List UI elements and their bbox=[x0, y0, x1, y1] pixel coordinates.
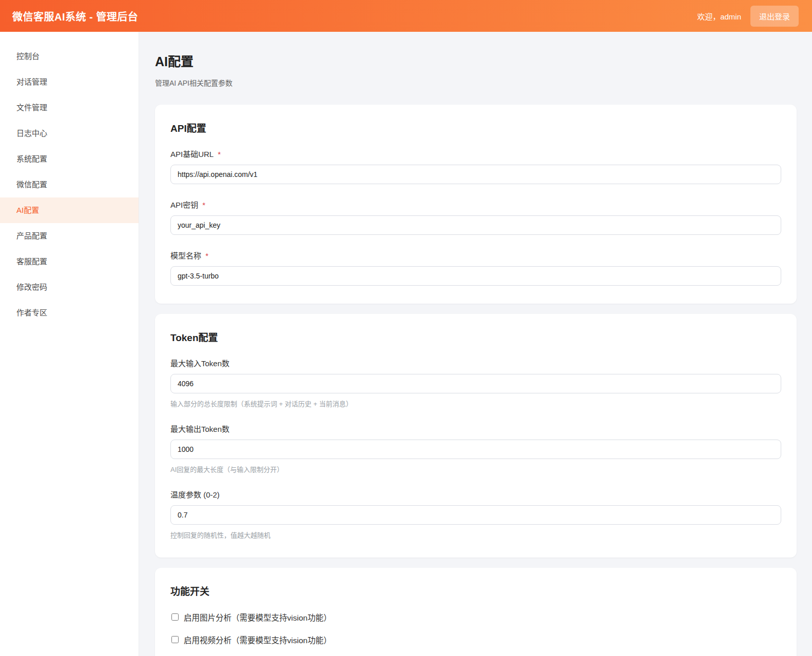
sidebar-item-产品配置[interactable]: 产品配置 bbox=[0, 223, 139, 249]
layout: 控制台对话管理文件管理日志中心系统配置微信配置AI配置产品配置客服配置修改密码作… bbox=[0, 32, 812, 656]
main-content: AI配置 管理AI API相关配置参数 API配置 API基础URL *API密… bbox=[139, 32, 812, 656]
page-subtitle: 管理AI API相关配置参数 bbox=[155, 77, 797, 88]
field-group: 最大输入Token数输入部分的总长度限制（系统提示词 + 对话历史 + 当前消息… bbox=[170, 357, 781, 408]
feature-switch-card: 功能开关 启用图片分析（需要模型支持vision功能）启用视频分析（需要模型支持… bbox=[155, 568, 797, 656]
api-config-card-title: API配置 bbox=[170, 121, 781, 134]
token-config-fields: 最大输入Token数输入部分的总长度限制（系统提示词 + 对话历史 + 当前消息… bbox=[170, 357, 781, 540]
sidebar-item-系统配置[interactable]: 系统配置 bbox=[0, 146, 139, 172]
sidebar-item-客服配置[interactable]: 客服配置 bbox=[0, 249, 139, 274]
sidebar-item-修改密码[interactable]: 修改密码 bbox=[0, 274, 139, 300]
sidebar-item-微信配置[interactable]: 微信配置 bbox=[0, 172, 139, 197]
field-group: API密钥 * bbox=[170, 199, 781, 235]
field-group: 模型名称 * bbox=[170, 250, 781, 286]
sidebar-item-AI配置[interactable]: AI配置 bbox=[0, 197, 139, 223]
field-label: API基础URL * bbox=[170, 148, 781, 159]
field-input[interactable] bbox=[170, 266, 781, 286]
api-config-card: API配置 API基础URL *API密钥 *模型名称 * bbox=[155, 105, 797, 304]
field-label: 模型名称 * bbox=[170, 250, 781, 261]
sidebar-item-作者专区[interactable]: 作者专区 bbox=[0, 300, 139, 326]
feature-checkbox[interactable] bbox=[171, 613, 179, 621]
field-group: 最大输出Token数AI回复的最大长度（与输入限制分开） bbox=[170, 423, 781, 474]
header-right: 欢迎，admin 退出登录 bbox=[697, 6, 799, 27]
feature-switch-checkboxes: 启用图片分析（需要模型支持vision功能）启用视频分析（需要模型支持visio… bbox=[170, 611, 781, 645]
field-input[interactable] bbox=[170, 215, 781, 235]
feature-checkbox-label: 启用视频分析（需要模型支持vision功能） bbox=[184, 634, 332, 645]
field-label: 温度参数 (0-2) bbox=[170, 489, 781, 500]
field-input[interactable] bbox=[170, 440, 781, 459]
welcome-text: 欢迎，admin bbox=[697, 11, 741, 22]
field-input[interactable] bbox=[170, 165, 781, 184]
token-config-card-title: Token配置 bbox=[170, 330, 781, 344]
feature-checkbox-label: 启用图片分析（需要模型支持vision功能） bbox=[184, 611, 332, 623]
required-asterisk: * bbox=[203, 251, 208, 260]
logout-button[interactable]: 退出登录 bbox=[750, 6, 799, 27]
field-hint: 控制回复的随机性，值越大越随机 bbox=[170, 530, 781, 540]
sidebar-item-日志中心[interactable]: 日志中心 bbox=[0, 121, 139, 146]
api-config-fields: API基础URL *API密钥 *模型名称 * bbox=[170, 148, 781, 286]
top-header: 微信客服AI系统 - 管理后台 欢迎，admin 退出登录 bbox=[0, 0, 812, 32]
field-input[interactable] bbox=[170, 505, 781, 525]
field-group: API基础URL * bbox=[170, 148, 781, 184]
required-asterisk: * bbox=[216, 150, 221, 158]
field-label: 最大输出Token数 bbox=[170, 423, 781, 434]
field-label: API密钥 * bbox=[170, 199, 781, 210]
sidebar-item-控制台[interactable]: 控制台 bbox=[0, 44, 139, 69]
field-hint: AI回复的最大长度（与输入限制分开） bbox=[170, 464, 781, 474]
feature-checkbox-row[interactable]: 启用视频分析（需要模型支持vision功能） bbox=[170, 634, 781, 645]
page-title: AI配置 bbox=[155, 51, 797, 70]
feature-checkbox-row[interactable]: 启用图片分析（需要模型支持vision功能） bbox=[170, 611, 781, 623]
field-input[interactable] bbox=[170, 374, 781, 393]
field-group: 温度参数 (0-2)控制回复的随机性，值越大越随机 bbox=[170, 489, 781, 540]
feature-checkbox[interactable] bbox=[171, 636, 179, 643]
token-config-card: Token配置 最大输入Token数输入部分的总长度限制（系统提示词 + 对话历… bbox=[155, 314, 797, 558]
sidebar-item-文件管理[interactable]: 文件管理 bbox=[0, 95, 139, 121]
app-title: 微信客服AI系统 - 管理后台 bbox=[12, 9, 138, 24]
sidebar-item-对话管理[interactable]: 对话管理 bbox=[0, 69, 139, 95]
sidebar-nav: 控制台对话管理文件管理日志中心系统配置微信配置AI配置产品配置客服配置修改密码作… bbox=[0, 32, 139, 656]
field-label: 最大输入Token数 bbox=[170, 357, 781, 368]
field-hint: 输入部分的总长度限制（系统提示词 + 对话历史 + 当前消息） bbox=[170, 399, 781, 408]
feature-switch-card-title: 功能开关 bbox=[170, 584, 781, 598]
required-asterisk: * bbox=[200, 201, 205, 209]
